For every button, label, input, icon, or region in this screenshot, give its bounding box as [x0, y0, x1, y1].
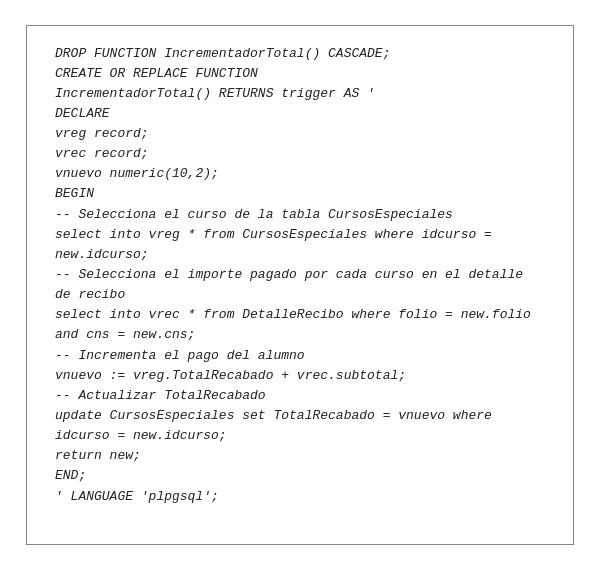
code-container: DROP FUNCTION IncrementadorTotal() CASCA…	[26, 25, 574, 545]
code-block: DROP FUNCTION IncrementadorTotal() CASCA…	[55, 44, 545, 507]
